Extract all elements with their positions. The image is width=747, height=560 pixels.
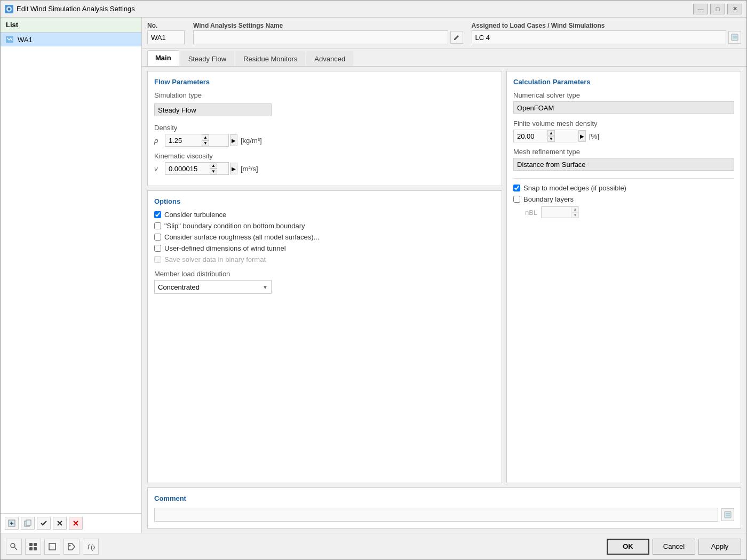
kinematic-viscosity-input-row: v ▲ ▼ ▶ [m²/s] [154,162,495,175]
mesh-density-value: ▲ ▼ [513,130,577,142]
nbl-row: nBL ▲ ▼ [525,206,734,218]
divider [513,178,734,179]
uncheck-button[interactable] [53,517,67,530]
surface-roughness-label: Consider surface roughness (all model su… [164,233,319,241]
kinematic-viscosity-up[interactable]: ▲ [210,163,217,169]
density-input[interactable] [169,137,201,145]
add-item-button[interactable] [5,517,19,530]
simulation-type-value: Steady Flow [154,103,272,116]
content-area: Flow Parameters Simulation type Steady F… [142,67,746,487]
density-spin: ▲ ▼ [202,134,209,146]
ok-button[interactable]: OK [607,539,649,555]
square-icon-button[interactable] [44,539,60,555]
kinematic-viscosity-arrow[interactable]: ▶ [230,163,237,174]
delete-button[interactable] [69,517,83,530]
assigned-input[interactable] [472,30,727,44]
name-edit-button[interactable] [450,31,463,44]
svg-rect-12 [34,547,37,550]
app-icon [5,5,13,13]
comment-row [154,508,734,522]
copy-item-button[interactable] [21,517,35,530]
mesh-density-input[interactable] [517,132,546,140]
sidebar-item-wa1[interactable]: WA1 [1,33,141,46]
tabs-bar: Main Steady Flow Residue Monitors Advanc… [142,49,746,67]
mesh-density-unit: [%] [589,132,599,140]
kinematic-viscosity-down[interactable]: ▼ [210,169,217,174]
density-unit: [kg/m³] [241,137,262,145]
no-label: No. [147,22,185,29]
select-arrow-icon: ▼ [263,284,268,290]
comment-section-wrapper: Comment [142,487,746,533]
user-defined-dimensions-checkbox[interactable] [154,245,161,252]
mesh-refinement-label: Mesh refinement type [513,148,734,156]
surface-roughness-checkbox[interactable] [154,234,161,241]
mesh-density-input-row: ▲ ▼ ▶ [%] [513,130,734,142]
name-field-with-btn [193,30,463,44]
name-input[interactable] [193,30,448,44]
left-column: Flow Parameters Simulation type Steady F… [147,71,502,483]
options-panel: Options Consider turbulence "Slip" bound… [147,190,502,483]
bottom-icons: f(x) [6,539,607,555]
consider-turbulence-checkbox[interactable] [154,211,161,218]
tab-steady-flow[interactable]: Steady Flow [180,51,235,66]
function-icon-button[interactable]: f(x) [83,539,99,555]
apply-button[interactable]: Apply [698,539,741,555]
no-input[interactable] [147,30,185,44]
mesh-density-arrow[interactable]: ▶ [578,130,586,142]
close-button[interactable]: ✕ [727,4,742,14]
snap-to-edges-checkbox[interactable] [513,185,520,191]
mesh-density-up[interactable]: ▲ [547,130,555,136]
right-panel: No. Wind Analysis Settings Name Assigned… [142,18,746,533]
numerical-solver-section: Numerical solver type OpenFOAM [513,91,734,114]
density-arrow[interactable]: ▶ [230,134,237,146]
member-load-select[interactable]: Concentrated ▼ [154,280,272,294]
svg-rect-9 [29,543,33,546]
comment-input[interactable] [154,508,718,522]
maximize-button[interactable]: □ [710,4,725,14]
tab-advanced[interactable]: Advanced [306,51,353,66]
sidebar: List WA1 [1,18,142,533]
numerical-solver-label: Numerical solver type [513,91,734,99]
assigned-label: Assigned to Load Cases / Wind Simulation… [472,22,742,29]
cancel-button[interactable]: Cancel [653,539,695,555]
boundary-layers-row: Boundary layers [513,195,734,203]
search-icon-button[interactable] [6,539,22,555]
check-button[interactable] [37,517,51,530]
calculation-parameters-title: Calculation Parameters [513,78,734,86]
right-column: Calculation Parameters Numerical solver … [506,71,741,483]
main-window: Edit Wind Simulation Analysis Settings —… [0,0,747,560]
sidebar-footer [1,513,141,533]
surface-roughness-row: Consider surface roughness (all model su… [154,233,495,241]
kinematic-viscosity-section: Kinematic viscosity v ▲ ▼ [154,152,495,175]
minimize-button[interactable]: — [693,4,708,14]
svg-text:f: f [88,543,90,551]
assigned-edit-button[interactable] [728,31,741,44]
flow-parameters-title: Flow Parameters [154,78,495,86]
calculation-parameters-panel: Calculation Parameters Numerical solver … [506,71,741,483]
kinematic-viscosity-input[interactable] [169,165,209,173]
mesh-density-down[interactable]: ▼ [547,136,555,142]
tab-residue-monitors[interactable]: Residue Monitors [235,51,305,66]
tab-main[interactable]: Main [147,50,179,66]
slip-boundary-row: "Slip" boundary condition on bottom boun… [154,222,495,230]
mesh-density-section: Finite volume mesh density ▲ ▼ ▶ [513,119,734,142]
name-field-group: Wind Analysis Settings Name [193,22,463,44]
comment-title: Comment [154,494,734,502]
density-sublabel: ρ [154,137,165,145]
comment-edit-button[interactable] [721,508,734,521]
density-label: Density [154,124,495,132]
kinematic-viscosity-sublabel: v [154,165,165,173]
boundary-layers-checkbox[interactable] [513,196,520,203]
density-input-row: ρ ▲ ▼ ▶ [kg/m³] [154,134,495,147]
slip-boundary-checkbox[interactable] [154,222,161,229]
nbl-input-row: ▲ ▼ [541,206,578,218]
bottom-bar: f(x) OK Cancel Apply [1,533,746,559]
svg-rect-5 [732,34,738,41]
density-value: ▲ ▼ [165,134,229,147]
window-controls: — □ ✕ [693,4,742,14]
assigned-field-with-btn [472,30,742,44]
density-down[interactable]: ▼ [202,140,209,146]
tag-icon-button[interactable] [63,539,80,555]
density-up[interactable]: ▲ [202,134,209,140]
grid-icon-button[interactable] [25,539,41,555]
